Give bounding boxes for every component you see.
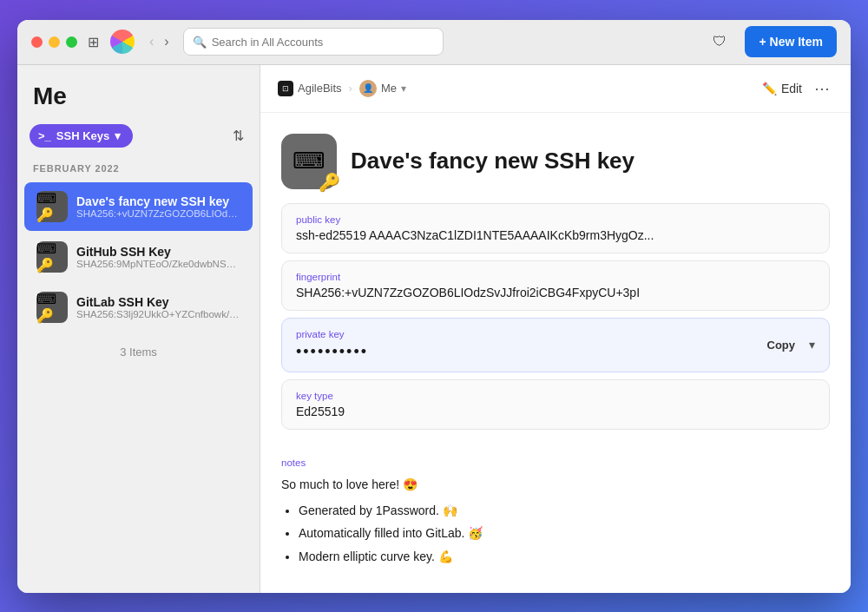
edit-button[interactable]: ✏️ Edit (762, 82, 802, 95)
chevron-down-icon: ▾ (401, 82, 406, 95)
field-label: fingerprint (296, 272, 815, 282)
fields-container: public key ssh-ed25519 AAAAC3NzaC1lZDI1N… (260, 203, 851, 457)
sidebar-title: Me (17, 82, 260, 124)
more-button[interactable]: ⋯ (811, 77, 833, 100)
notes-list: Generated by 1Password. 🙌 Automatically … (281, 501, 830, 566)
notes-section: notes So much to love here! 😍 Generated … (260, 457, 851, 591)
field-private-key: private key •••••••••• Copy ▾ (281, 318, 830, 372)
item-icon: ⌨🔑 (36, 241, 68, 273)
search-icon: 🔍 (193, 36, 207, 49)
item-icon: ⌨🔑 (36, 191, 68, 222)
item-icon: ⌨🔑 (36, 292, 68, 323)
user-avatar: 👤 (359, 80, 377, 97)
field-fingerprint: fingerprint SHA256:+vUZN7ZzGOZOB6LIOdzSv… (281, 260, 830, 311)
detail-header: ⊡ AgileBits › 👤 Me ▾ ✏️ Edit (260, 65, 851, 113)
item-text: GitHub SSH Key SHA256:9MpNTEoO/Zke0dwbNS… (76, 245, 240, 269)
main-content: Me >_ SSH Keys ▾ ⇅ FEBRUARY 2022 ⌨🔑 Dave… (17, 65, 851, 593)
field-label: private key (296, 329, 760, 339)
field-value[interactable]: Ed25519 (296, 405, 815, 418)
ssh-icon: ⌨🔑 (36, 240, 68, 273)
notes-intro: So much to love here! 😍 (281, 475, 830, 494)
titlebar: ⊞ ‹ › 🔍 🛡 + New Item (17, 20, 851, 65)
org-icon: ⊡ (278, 81, 293, 96)
item-count: 3 Items (17, 333, 260, 371)
copy-button[interactable]: Copy (760, 335, 803, 355)
sidebar-toggle-icon[interactable]: ⊞ (88, 34, 99, 50)
list-item: Generated by 1Password. 🙌 (299, 501, 830, 520)
list-item: Modern elliptic curve key. 💪 (299, 547, 830, 566)
ssh-icon: ⌨🔑 (36, 190, 68, 223)
list-item[interactable]: ⌨🔑 GitHub SSH Key SHA256:9MpNTEoO/Zke0dw… (24, 233, 253, 281)
item-name: GitHub SSH Key (76, 245, 240, 259)
item-hero: ⌨ 🔑 Dave's fancy new SSH key (260, 113, 851, 203)
org-logo: ⊡ (282, 84, 289, 93)
terminal-icon: ⌨ (293, 148, 326, 174)
sidebar: Me >_ SSH Keys ▾ ⇅ FEBRUARY 2022 ⌨🔑 Dave… (17, 65, 260, 593)
field-public-key: public key ssh-ed25519 AAAAC3NzaC1lZDI1N… (281, 203, 830, 253)
terminal-icon: >_ (38, 129, 51, 142)
field-actions: Copy ▾ (760, 335, 816, 355)
maximize-button[interactable] (66, 36, 77, 48)
breadcrumb-separator: › (349, 82, 352, 95)
close-button[interactable] (31, 36, 43, 48)
edit-label: Edit (781, 82, 802, 95)
list-item[interactable]: ⌨🔑 Dave's fancy new SSH key SHA256:+vUZN… (24, 182, 253, 231)
list-item[interactable]: ⌨🔑 GitLab SSH Key SHA256:S3lj92UkkO+YZCn… (24, 283, 253, 332)
breadcrumb-user[interactable]: 👤 Me ▾ (359, 80, 406, 97)
chevron-down-icon: ▾ (115, 129, 121, 142)
notes-label: notes (281, 457, 830, 468)
breadcrumb-user-label: Me (381, 82, 397, 95)
breadcrumb-org[interactable]: ⊡ AgileBits (278, 81, 342, 96)
date-group-label: FEBRUARY 2022 (17, 160, 260, 182)
sort-button[interactable]: ⇅ (229, 124, 247, 148)
search-bar[interactable]: 🔍 (183, 28, 444, 56)
shield-button[interactable]: 🛡 (705, 27, 734, 56)
forward-button[interactable]: › (161, 32, 172, 51)
nav-arrows: ‹ › (146, 32, 173, 51)
detail-panel: ⊡ AgileBits › 👤 Me ▾ ✏️ Edit (260, 65, 851, 593)
filter-pill-label: SSH Keys (56, 129, 109, 142)
new-item-button[interactable]: + New Item (745, 26, 837, 57)
item-sub: SHA256:+vUZN7ZzGOZOB6LIOdzS... (76, 208, 240, 219)
filter-pill[interactable]: >_ SSH Keys ▾ (30, 124, 133, 148)
item-hero-title: Dave's fancy new SSH key (351, 148, 635, 174)
field-content: private key •••••••••• (296, 329, 760, 361)
search-input[interactable] (212, 36, 434, 49)
field-label: key type (296, 391, 815, 401)
header-actions: ✏️ Edit ⋯ (762, 77, 833, 100)
key-badge-icon: 🔑 (319, 172, 340, 193)
item-text: Dave's fancy new SSH key SHA256:+vUZN7Zz… (76, 194, 240, 219)
item-text: GitLab SSH Key SHA256:S3lj92UkkO+YZCnfbo… (76, 295, 240, 319)
back-button[interactable]: ‹ (146, 32, 157, 51)
item-sub: SHA256:S3lj92UkkO+YZCnfbowk/s... (76, 309, 240, 319)
app-logo (109, 29, 135, 55)
field-value[interactable]: ssh-ed25519 AAAAC3NzaC1lZDI1NTE5AAAAIKcK… (296, 228, 815, 242)
item-name: Dave's fancy new SSH key (76, 194, 240, 208)
breadcrumb-org-label: AgileBits (298, 82, 342, 95)
sidebar-filter-row: >_ SSH Keys ▾ ⇅ (17, 124, 260, 160)
item-name: GitLab SSH Key (76, 295, 240, 309)
item-hero-icon: ⌨ 🔑 (281, 134, 337, 189)
field-row-with-action: private key •••••••••• Copy ▾ (296, 329, 815, 361)
field-key-type: key type Ed25519 (281, 379, 830, 430)
field-value[interactable]: SHA256:+vUZN7ZzGOZOB6LIOdzSvJJfroi2iCBG4… (296, 286, 815, 299)
traffic-lights (31, 36, 77, 48)
ssh-icon: ⌨🔑 (36, 291, 68, 324)
expand-button[interactable]: ▾ (809, 338, 815, 352)
list-item: Automatically filled into GitLab. 🥳 (299, 523, 830, 543)
field-value-private[interactable]: •••••••••• (296, 343, 760, 361)
minimize-button[interactable] (49, 36, 60, 48)
field-label: public key (296, 214, 815, 225)
item-sub: SHA256:9MpNTEoO/Zke0dwbNSX... (76, 259, 240, 269)
pencil-icon: ✏️ (762, 82, 777, 95)
